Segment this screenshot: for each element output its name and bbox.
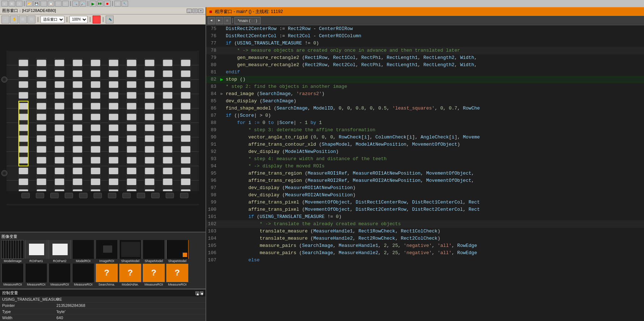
toolbar-icon-step[interactable]: ⏭ [97,1,103,7]
thumb-item-measureroi2[interactable]: MeasureROI [25,264,47,286]
toolbar-icon-3[interactable]: ⏸ [16,1,22,7]
svg-rect-107 [127,114,136,120]
var-value-pointer: 2135286284368 [54,303,206,308]
line-content-85: dev_display (SearchImage) [224,98,644,105]
thumb-item-measureroi1[interactable]: MeasureROI [1,264,24,286]
line-num-96: 96 [206,177,219,184]
extra-tool[interactable]: 🔦 [106,16,114,23]
code-line-106: 106 measure_pairs (SearchImage, MeasureH… [206,249,644,257]
toolbar-icon-tools[interactable]: 🔧 [122,1,128,7]
line-num-77: 77 [206,40,219,47]
thumb-img-modelroi [72,240,94,259]
svg-rect-183 [29,244,44,255]
code-toolbar: ◀ ▶ ⌂ *main ( : : ) [206,16,644,25]
var-row-pointer[interactable]: Pointer 2135286284368 [0,303,206,309]
toolbar-icon-2[interactable]: ⏹ [9,1,15,7]
minimize-button[interactable]: _ [187,9,192,13]
line-content-97: dev_display (MeasureROI1AtNewPosition) [224,184,644,192]
svg-rect-91 [109,81,118,88]
thumb-img-measureroi1 [1,264,24,282]
thumb-item-roipart1[interactable]: ROIPart1 [25,240,47,263]
toolbar-icon-settings[interactable]: ⚙ [114,1,121,7]
toolbar-icon-copy[interactable]: 📋 [48,1,54,7]
thumb-item-shapemodel1[interactable]: ShapeModel [119,240,141,263]
line-content-104: translate_measure (MeasureHandle2, Rect2… [224,235,644,242]
var-scroll-down[interactable]: ▼ [200,291,203,295]
thumb-item-modelatne[interactable]: ? ModelAtNe. [119,264,141,286]
line-content-89: * step 3: determine the affine transform… [224,127,644,134]
svg-rect-52 [55,81,64,88]
toolbar-icon-zoomin[interactable]: 🔎 [80,1,86,7]
code-line-95: 95 affine_trans_region (MeasureROI1Ref, … [206,170,644,177]
thumb-item-shapemodel2[interactable]: ShapeModel [143,240,165,263]
thumb-item-roipart2[interactable]: ROIPart2 [48,240,71,263]
toolbar-icon-save[interactable]: 💾 [33,1,40,7]
code-breadcrumb[interactable]: *main ( : : ) [234,17,260,24]
thumb-item-modelimage[interactable]: ModelImage [1,240,24,263]
thumb-label-shapemodel1: ShapeModel [121,259,140,263]
var-scroll-up[interactable]: ▲ [195,291,199,295]
code-line-92: 92 dev_display (ModelAtNewPosition) [206,148,644,155]
cursor-tool[interactable]: ↖ [1,16,9,23]
svg-rect-29 [19,114,28,120]
svg-rect-63 [73,60,82,66]
line-content-87: if (|Score| > 0) [224,112,644,119]
svg-rect-47 [37,168,46,174]
toolbar-icon-open[interactable]: 📂 [26,1,33,7]
toolbar-icon-undo[interactable]: ↩ [55,1,62,7]
toolbar-icon-cut[interactable]: ✂ [41,1,47,7]
back-button[interactable]: ◀ [208,17,215,24]
maximize-button[interactable]: □ [192,9,198,13]
svg-rect-87 [91,179,100,185]
code-line-105: 105 measure_pairs (SearchImage, MeasureH… [206,242,644,249]
svg-rect-108 [127,125,136,131]
zoom-in-tool[interactable]: ⊕ [19,16,27,23]
line-num-91: 91 [206,141,219,148]
var-row-type[interactable]: Type 'byte' [0,309,206,315]
svg-rect-77 [91,70,100,77]
svg-rect-133 [163,114,172,120]
line-content-91: affine_trans_contour_xld (ShapeModel, Mo… [224,141,644,148]
fit-dropdown[interactable]: 适应窗口 [41,16,64,23]
thumb-item-measureroi3[interactable]: MeasureROI [48,264,71,286]
forward-button[interactable]: ▶ [216,17,223,24]
var-row-width[interactable]: Width 640 [0,315,206,321]
svg-rect-103 [127,70,136,77]
thumb-img-modelimage [1,240,24,259]
code-line-86: 86 find_shape_model (SearchImage, ModelI… [206,105,644,112]
svg-rect-55 [55,114,64,120]
thumb-item-imageroi[interactable]: ImageROI [96,240,118,263]
svg-rect-144 [181,92,190,99]
svg-rect-2 [199,51,206,205]
line-content-88: for i := 0 to |Score| - 1 by 1 [224,119,644,127]
toolbar-icon-redo[interactable]: ↪ [62,1,69,7]
zoom-percent-dropdown[interactable]: 100% [69,16,88,23]
var-row-using[interactable]: USING_TRANSLATE_MEASURE 0 [0,296,206,303]
thumb-item-measureroi6[interactable]: ? MeasureROI [166,264,188,286]
close-button[interactable]: × [198,9,203,13]
line-num-82: 82 [206,76,219,83]
toolbar-icon-stop[interactable]: ⏹ [104,1,111,7]
svg-rect-78 [91,81,100,88]
thumb-item-searchima[interactable]: ? SearchIma. [96,264,118,286]
svg-rect-71 [73,146,82,153]
left-sep-2 [67,17,67,22]
svg-rect-125 [145,168,154,174]
zoom-out-tool[interactable]: ⊖ [27,16,35,23]
thumb-item-shapemodel3[interactable]: ShapeModel [166,240,188,263]
thumb-label-measureroi3: MeasureROI [50,283,69,286]
thumb-item-modelroi[interactable]: ModelROI [72,240,94,263]
home-button[interactable]: ⌂ [224,17,231,24]
thumb-item-measureroi4[interactable]: MeasureROI [72,264,94,286]
thumb-item-measureroi5[interactable]: ? MeasureROI [143,264,165,286]
toolbar-icon-zoomout[interactable]: 🔍 [72,1,79,7]
color-tool[interactable] [93,16,101,23]
toolbar-icon-run[interactable]: ▶ [90,1,96,7]
line-content-103: translate_measure (MeasureHandle1, Rect1… [224,228,644,235]
indicator-82: ▶ [219,76,224,83]
code-editor[interactable]: 75 DistRect2CenterRow := Rect2Row - Cent… [206,25,644,321]
thumb-label-shapemodel3: ShapeModel [168,259,187,263]
line-num-99: 99 [206,199,219,206]
hand-tool[interactable]: ✋ [10,16,18,23]
toolbar-icon-1[interactable]: ▶ [1,1,8,7]
